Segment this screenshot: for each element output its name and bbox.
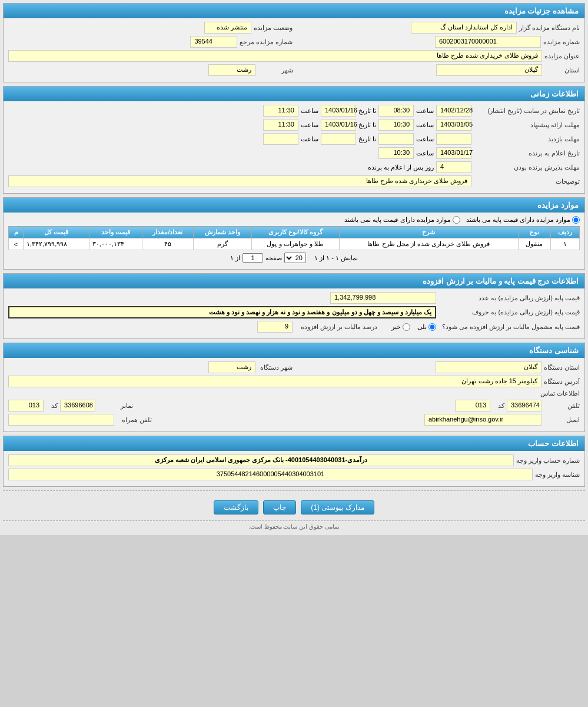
fax-code: 013 (8, 400, 44, 411)
cell-qty: ۴۵ (142, 238, 193, 250)
proposal-to-time: 11:30 (263, 119, 298, 131)
visit-from-time-label: ساعت (416, 135, 434, 143)
account-row: شماره حساب واریز وجه درآمدی-400105440304… (8, 454, 580, 466)
print-button[interactable]: چاپ (263, 500, 296, 515)
display-from-time-label: ساعت (416, 107, 434, 115)
auction-items-body: موارد مزایده دارای قیمت پایه می باشند مو… (4, 213, 584, 269)
visit-from-time (378, 133, 414, 145)
vat-question: قیمت پایه مشمول مالیات بر ارزش افزوده می… (438, 323, 580, 331)
vat-row: قیمت پایه مشمول مالیات بر ارزش افزوده می… (8, 321, 580, 333)
contact-label-row: اطلاعات تماس (8, 390, 580, 397)
acceptance-unit: روز پس از اعلام به برنده (368, 164, 434, 171)
winner-time-label: ساعت (416, 150, 434, 157)
radio-with-base[interactable] (572, 216, 580, 224)
city-group: شهر رشت (8, 64, 293, 76)
pagination-info: نمایش ۱ - ۱ از ۱ (314, 254, 358, 262)
display-dates-row: تاریخ نمایش در سایت (تاریخ انتشار) 1402/… (8, 105, 580, 117)
table-pagination: نمایش ۱ - ۱ از ۱ 20 50 صفحه از ۱ (8, 253, 580, 263)
proposal-from-date: 1403/01/05 (436, 119, 471, 131)
col-row: ردیف (551, 227, 580, 238)
visit-to-time (263, 133, 298, 145)
acceptance-days: 4 (436, 161, 471, 173)
back-button[interactable]: بازگشت (214, 500, 258, 515)
account-value: درآمدی-4001054403040031- بانک مرکزی جمهو… (8, 454, 514, 466)
numeric-value: 1,342,799,998 (330, 292, 436, 304)
fax-value: 33696608 (60, 400, 95, 411)
mobile-label: تلفن همراه (117, 416, 152, 424)
proposal-to-time-label: ساعت (301, 121, 318, 129)
display-to-date: 1403/01/16 (321, 105, 356, 117)
per-page-select[interactable]: 20 50 (284, 253, 306, 263)
contact-label: اطلاعات تماس (521, 390, 580, 397)
vat-percent-label: درصد مالیات بر ارزش افزوده (295, 323, 377, 331)
vat-no-radio[interactable] (403, 323, 410, 331)
display-from-time: 08:30 (378, 105, 414, 117)
title-value: فروش طلای خریداری شده طرح طاها (8, 50, 542, 62)
vat-yes-radio[interactable] (428, 323, 436, 331)
radio-with-base-label[interactable]: موارد مزایده دارای قیمت پایه می باشند (466, 216, 580, 224)
base-price-body: قیمت پایه (ارزش ریالی مزایده) به عدد 1,3… (4, 288, 584, 338)
of-label: از ۱ (230, 254, 240, 262)
city-label: شهر (258, 67, 293, 74)
cell-row: ۱ (551, 238, 580, 250)
organizer-group: نام دستگاه مزایده گزار اداره کل استاندار… (295, 22, 580, 34)
col-category: گروه کالا/نوع کاربری (251, 227, 339, 238)
page-label: صفحه (265, 254, 282, 262)
org-city-group: شهر دستگاه رشت (8, 361, 293, 373)
location-row: استان گیلان شهر رشت (8, 64, 580, 76)
org-info-body: استان دستگاه گیلان شهر دستگاه رشت آدرس د… (4, 358, 584, 431)
display-to-time: 11:30 (263, 105, 298, 117)
email-label: ایمیل (544, 416, 580, 424)
visit-label: مهلت بازدید (474, 135, 580, 143)
numeric-label: قیمت پایه (ارزش ریالی مزایده) به عدد (438, 294, 580, 302)
cell-unit: گرم (193, 238, 251, 250)
display-from-date: 1402/12/28 (436, 105, 471, 117)
radio-without-base-label[interactable]: موارد مزایده دارای قیمت پایه نمی باشند (344, 216, 460, 224)
status-label: وضعیت مزایده (254, 24, 293, 32)
display-to-label: تا تاریخ (358, 107, 376, 115)
phone-value: 33696474 (507, 400, 542, 411)
base-price-section: اطلاعات درج قیمت پایه و مالیات بر ارزش ا… (3, 273, 585, 339)
org-address-label: آدرس دستگاه (544, 378, 580, 386)
documents-button[interactable]: مدارک پیوستی (1) (301, 500, 374, 515)
numeric-price-row: قیمت پایه (ارزش ریالی مزایده) به عدد 1,3… (8, 292, 580, 304)
cell-total-price: ۱,۳۴۲,۷۹۹,۹۹۸ (24, 238, 89, 250)
cell-action[interactable]: > (9, 238, 24, 250)
visit-to-date (321, 133, 356, 145)
proposal-to-date: 1403/01/16 (321, 119, 356, 131)
text-value: یک میلیارد و سیصد و چهل و دو میلیون و هف… (8, 306, 436, 318)
fax-label: نمابر (98, 402, 133, 410)
winner-time: 10:30 (378, 147, 414, 159)
city-value: رشت (208, 64, 255, 76)
radio-without-base[interactable] (453, 216, 460, 224)
mobile-value (8, 414, 114, 426)
col-unit-price: قیمت واحد (89, 227, 142, 238)
col-qty: تعداد/مقدار (142, 227, 193, 238)
province-group: استان گیلان (295, 64, 580, 76)
page-input[interactable] (242, 253, 263, 263)
col-total-price: قیمت کل (24, 227, 89, 238)
cell-unit-price: ۳۰,۰۰۰,۱۳۴ (89, 238, 142, 250)
account-info-body: شماره حساب واریز وجه درآمدی-400105440304… (4, 451, 584, 486)
proposal-from-time-label: ساعت (416, 121, 434, 129)
ref-number-label: شماره مزایده مرجع (240, 38, 293, 46)
vat-no-label[interactable]: خیر (391, 323, 410, 331)
auction-items-table: ردیف نوع شرح گروه کالا/نوع کاربری واحد ش… (8, 226, 580, 250)
sheba-row: شناسه واریز وجه 375054482146000005440304… (8, 469, 580, 480)
visit-from-date (436, 133, 471, 145)
auction-items-header: موارد مزایده (4, 198, 584, 213)
province-label: استان (544, 67, 580, 74)
divider (3, 490, 585, 491)
auction-number-label: شماره مزایده (543, 38, 580, 46)
auction-number-value: 6002003170000001 (435, 36, 541, 48)
table-head: ردیف نوع شرح گروه کالا/نوع کاربری واحد ش… (9, 227, 580, 238)
mobile-email-row: ایمیل abirkhanehgu@inso.gov.ir تلفن همرا… (8, 414, 580, 426)
display-to-time-label: ساعت (301, 107, 318, 115)
acceptance-row: مهلت پذیرش برنده بودن 4 روز پس از اعلام … (8, 161, 580, 173)
ref-number-value: 39544 (190, 36, 237, 48)
org-address-value: کیلومتر 15 جاده رشت تهران (8, 376, 542, 387)
vat-yes-label[interactable]: بلی (417, 323, 436, 331)
auction-details-header: مشاهده جزئیات مزایده (4, 4, 584, 18)
text-price-row: قیمت پایه (ارزش ریالی مزایده) به حروف یک… (8, 306, 580, 318)
org-info-header: شناسی دستگاه (4, 343, 584, 358)
